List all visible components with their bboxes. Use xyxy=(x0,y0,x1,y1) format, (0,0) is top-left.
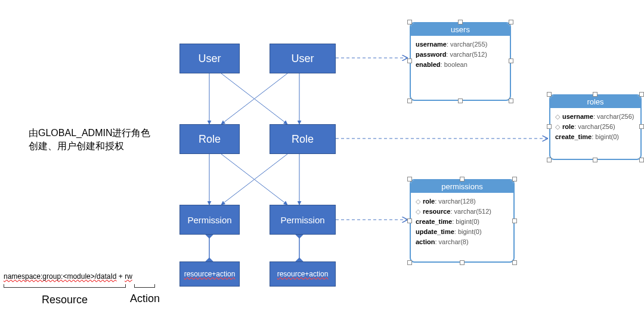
db-field: ◇role: varchar(128) xyxy=(416,196,509,207)
selection-handle[interactable] xyxy=(460,260,465,265)
action-pattern: rw xyxy=(125,272,132,281)
svg-line-3 xyxy=(221,73,287,124)
resource-pattern: namespace:group:<module>/dataId xyxy=(4,272,116,281)
db-field: action: varchar(8) xyxy=(416,237,509,247)
selection-handle[interactable] xyxy=(460,177,465,181)
db-field: ◇username: varchar(256) xyxy=(555,112,636,122)
db-field: create_time: bigint(0) xyxy=(416,217,509,227)
selection-handle[interactable] xyxy=(547,158,552,162)
resource-label: Resource xyxy=(42,294,88,306)
svg-line-2 xyxy=(221,73,287,124)
svg-line-6 xyxy=(221,154,287,205)
db-field: ◇role: varchar(256) xyxy=(555,122,636,132)
selection-handle[interactable] xyxy=(509,20,513,24)
db-field: create_time: bigint(0) xyxy=(555,132,636,142)
selection-handle[interactable] xyxy=(512,218,517,223)
selection-handle[interactable] xyxy=(512,177,517,181)
action-label: Action xyxy=(130,293,160,305)
db-users-title: users xyxy=(411,23,510,36)
selection-handle[interactable] xyxy=(639,158,644,162)
db-field: username: varchar(255) xyxy=(416,39,505,50)
db-permissions-title: permissions xyxy=(411,180,513,193)
db-field: password: varchar(512) xyxy=(416,50,505,60)
selection-handle[interactable] xyxy=(407,59,412,63)
role-box-1: Role xyxy=(179,124,240,154)
selection-handle[interactable] xyxy=(407,218,412,223)
selection-handle[interactable] xyxy=(547,92,552,97)
selection-handle[interactable] xyxy=(407,99,412,103)
selection-handle[interactable] xyxy=(458,20,463,24)
user-box-1: User xyxy=(179,44,240,73)
resource-action-box-1: resource+action xyxy=(179,261,240,287)
selection-handle[interactable] xyxy=(407,177,412,181)
admin-note: 由GLOBAL_ADMIN进行角色创建、用户创建和授权 xyxy=(29,127,160,153)
user-box-2: User xyxy=(270,44,336,73)
selection-handle[interactable] xyxy=(512,260,517,265)
selection-handle[interactable] xyxy=(509,99,513,103)
selection-handle[interactable] xyxy=(593,158,597,162)
selection-handle[interactable] xyxy=(509,59,513,63)
selection-handle[interactable] xyxy=(547,124,552,129)
selection-handle[interactable] xyxy=(407,260,412,265)
db-field: update_time: bigint(0) xyxy=(416,227,509,237)
selection-handle[interactable] xyxy=(639,124,644,129)
permission-box-1: Permission xyxy=(179,205,240,235)
resource-action-box-2: resource+action xyxy=(270,261,336,287)
selection-handle[interactable] xyxy=(593,92,597,97)
db-roles-title: roles xyxy=(550,96,640,108)
db-table-users: users username: varchar(255)password: va… xyxy=(410,22,511,101)
selection-handle[interactable] xyxy=(458,99,463,103)
resource-format-line: namespace:group:<module>/dataId + rw xyxy=(4,272,132,281)
action-brace xyxy=(134,284,155,288)
selection-handle[interactable] xyxy=(407,20,412,24)
db-field: ◇resource: varchar(512) xyxy=(416,207,509,217)
resource-brace xyxy=(4,284,126,288)
role-box-2: Role xyxy=(270,124,336,154)
db-table-roles: roles ◇username: varchar(256)◇role: varc… xyxy=(549,94,642,160)
db-table-permissions: permissions ◇role: varchar(128)◇resource… xyxy=(410,179,515,263)
selection-handle[interactable] xyxy=(639,92,644,97)
permission-box-2: Permission xyxy=(270,205,336,235)
svg-line-7 xyxy=(221,154,287,205)
db-field: enabled: boolean xyxy=(416,60,505,70)
